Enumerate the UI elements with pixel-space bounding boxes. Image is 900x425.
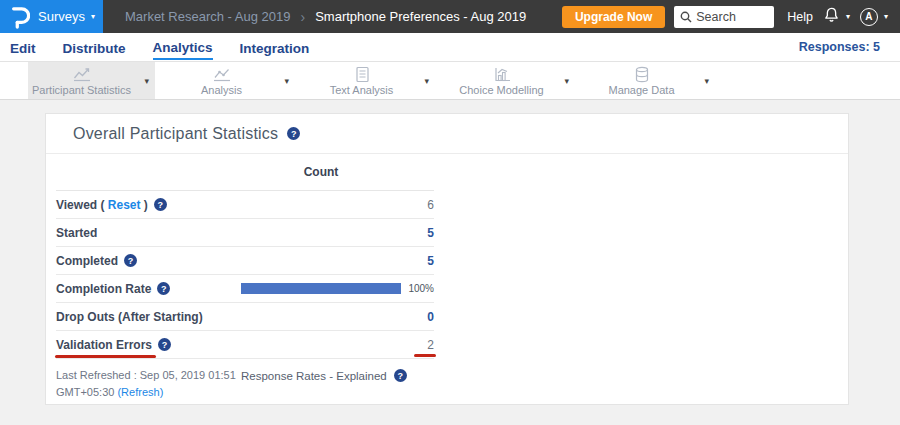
- table-row-viewed: Viewed ( Reset ) ? 6: [56, 191, 434, 219]
- table-footer: Last Refreshed : Sep 05, 2019 01:51 GMT+…: [56, 359, 434, 401]
- completion-rate-bar-track: [241, 283, 401, 294]
- row-label: Completion Rate: [56, 282, 151, 296]
- tab-participant-statistics[interactable]: Participant Statistics ▾: [28, 62, 155, 99]
- chevron-down-icon[interactable]: ▾: [424, 75, 429, 85]
- tab-label: Participant Statistics: [32, 84, 131, 96]
- table-row-started: Started 5: [56, 219, 434, 247]
- page-content: Overall Participant Statistics ? Count V…: [0, 113, 900, 425]
- validation-errors-count-annotated: 2: [427, 338, 434, 352]
- row-label: Started: [56, 226, 97, 240]
- chevron-down-icon[interactable]: ▾: [704, 75, 709, 85]
- card-header: Overall Participant Statistics ?: [46, 114, 848, 154]
- tab-label: Manage Data: [608, 84, 674, 96]
- help-link[interactable]: Help: [787, 10, 813, 24]
- chevron-down-icon: ▾: [91, 12, 95, 21]
- upgrade-now-button[interactable]: Upgrade Now: [562, 6, 665, 28]
- tab-manage-data[interactable]: Manage Data ▾: [588, 62, 715, 99]
- refresh-link[interactable]: (Refresh): [117, 386, 163, 398]
- table-row-drop-outs: Drop Outs (After Starting) 0: [56, 303, 434, 331]
- analysis-chart-icon: [211, 66, 233, 83]
- top-bar: Surveys ▾ Market Research - Aug 2019 › S…: [0, 0, 900, 33]
- help-icon[interactable]: ?: [287, 127, 300, 140]
- table-row-completion-rate: Completion Rate ? 100%: [56, 275, 434, 303]
- nav-item-edit[interactable]: Edit: [10, 36, 36, 59]
- tab-choice-modelling[interactable]: Choice Modelling ▾: [448, 62, 575, 99]
- completed-count: 5: [401, 254, 434, 268]
- reset-link[interactable]: Reset: [108, 198, 141, 212]
- nav-item-distribute[interactable]: Distribute: [63, 36, 126, 59]
- completion-rate-value: 100%: [401, 283, 434, 294]
- notifications-menu[interactable]: ▾: [823, 6, 850, 28]
- table-row-validation-errors: Validation Errors ? 2: [56, 331, 434, 359]
- response-rates-explained: Response Rates - Explained ?: [241, 367, 407, 384]
- count-column-header: Count: [241, 165, 401, 179]
- bell-icon: [823, 6, 840, 28]
- database-icon: [631, 66, 653, 83]
- tab-label: Choice Modelling: [459, 84, 543, 96]
- row-label-annotated: Validation Errors: [56, 338, 152, 352]
- survey-nav: Edit Distribute Analytics Integration Re…: [0, 33, 900, 62]
- completion-rate-bar: [241, 283, 401, 294]
- chevron-down-icon: ▾: [846, 12, 850, 21]
- tab-label: Analysis: [201, 84, 242, 96]
- row-label: Drop Outs (After Starting): [56, 310, 203, 324]
- account-menu[interactable]: A ▾: [860, 8, 888, 26]
- started-count: 5: [401, 226, 434, 240]
- help-icon[interactable]: ?: [394, 369, 407, 382]
- chevron-down-icon[interactable]: ▾: [564, 75, 569, 85]
- help-icon[interactable]: ?: [124, 254, 137, 267]
- row-label: Completed: [56, 254, 118, 268]
- help-icon[interactable]: ?: [157, 282, 170, 295]
- surveys-menu-label: Surveys: [38, 9, 85, 24]
- breadcrumb-parent[interactable]: Market Research - Aug 2019: [125, 9, 290, 24]
- drop-outs-count: 0: [401, 310, 434, 324]
- tab-text-analysis[interactable]: Text Analysis ▾: [308, 62, 435, 99]
- bar-chart-icon: [491, 66, 513, 83]
- table-row-completed: Completed ? 5: [56, 247, 434, 275]
- viewed-count: 6: [401, 198, 434, 212]
- questionpro-logo-icon: [10, 5, 30, 29]
- help-icon[interactable]: ?: [158, 338, 171, 351]
- participant-statistics-card: Overall Participant Statistics ? Count V…: [45, 113, 849, 405]
- breadcrumb: Market Research - Aug 2019 › Smartphone …: [125, 9, 526, 25]
- text-document-icon: [351, 66, 373, 83]
- chevron-down-icon: ▾: [884, 12, 888, 21]
- chevron-down-icon[interactable]: ▾: [144, 75, 149, 85]
- avatar: A: [860, 8, 878, 26]
- nav-item-analytics[interactable]: Analytics: [153, 35, 213, 60]
- breadcrumb-separator-icon: ›: [300, 9, 305, 25]
- surveys-menu[interactable]: Surveys ▾: [0, 0, 103, 33]
- tab-label: Text Analysis: [330, 84, 394, 96]
- page-title: Overall Participant Statistics: [73, 125, 278, 143]
- participant-statistics-table: Count Viewed ( Reset ) ? 6 Started 5: [56, 154, 434, 401]
- chevron-down-icon[interactable]: ▾: [284, 75, 289, 85]
- table-header-row: Count: [56, 154, 434, 191]
- row-label: Viewed ( Reset ): [56, 198, 148, 212]
- responses-count[interactable]: Responses: 5: [799, 40, 880, 54]
- search-box: [674, 6, 774, 28]
- nav-item-integration[interactable]: Integration: [240, 36, 310, 59]
- breadcrumb-current: Smartphone Preferences - Aug 2019: [315, 9, 526, 24]
- last-refreshed-text: Last Refreshed : Sep 05, 2019 01:51 GMT+…: [56, 367, 241, 401]
- line-chart-icon: [71, 66, 93, 83]
- search-icon: [679, 10, 693, 28]
- help-icon[interactable]: ?: [154, 198, 167, 211]
- tab-analysis[interactable]: Analysis ▾: [168, 62, 295, 99]
- analytics-toolbar: Participant Statistics ▾ Analysis ▾: [0, 62, 900, 100]
